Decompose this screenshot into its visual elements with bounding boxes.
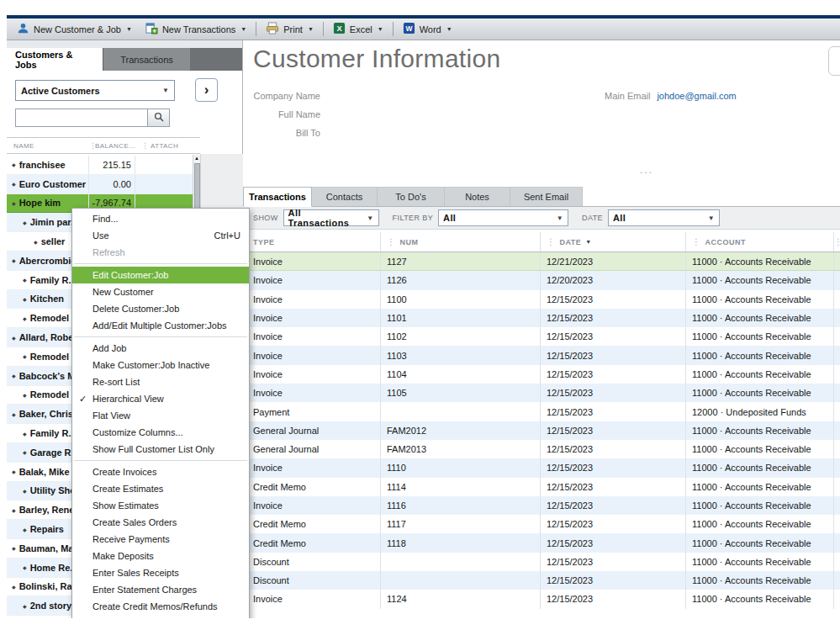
menu-item-edit-customer-job[interactable]: Edit Customer:Job: [72, 267, 249, 283]
txn-type-cell: Invoice: [243, 365, 381, 384]
menu-item-find[interactable]: Find...: [72, 210, 249, 227]
transaction-row[interactable]: Invoice112412/15/202311000 · Accounts Re…: [243, 590, 840, 608]
column-header-attach[interactable]: ATTACH: [147, 142, 198, 150]
transaction-row[interactable]: Invoice110512/15/202311000 · Accounts Re…: [243, 384, 840, 402]
diamond-bullet-icon: ◆: [12, 373, 16, 379]
check-icon: ✓: [79, 394, 87, 405]
txn-date-cell: 12/15/2023: [541, 440, 686, 458]
menu-item-show-full-customer-list-only[interactable]: Show Full Customer List Only: [72, 441, 249, 458]
customer-row-euro-customer[interactable]: ◆Euro Customer0.00: [7, 175, 193, 194]
transaction-row[interactable]: Credit Memo111812/15/202311000 · Account…: [243, 533, 840, 552]
menu-item-label: Hierarchical View: [92, 394, 164, 404]
txn-num-cell: 1110: [381, 458, 541, 477]
scroll-up-icon[interactable]: ▲: [193, 155, 200, 162]
menu-item-new-customer[interactable]: New Customer: [72, 283, 249, 300]
filter-dropdown-date[interactable]: All▼: [608, 209, 720, 226]
sidebar-tab-transactions[interactable]: Transactions: [103, 48, 190, 71]
toolbar-item-new-transactions[interactable]: New Transactions▼: [139, 20, 253, 38]
customer-view-dropdown[interactable]: Active Customers ▼: [15, 80, 175, 101]
tab-to-do-s[interactable]: To Do's: [378, 187, 445, 206]
transaction-row[interactable]: Invoice112612/20/202311000 · Accounts Re…: [243, 271, 840, 289]
table-header-account[interactable]: ⋮ACCOUNT: [686, 232, 834, 251]
transaction-row[interactable]: Credit Memo111412/15/202311000 · Account…: [243, 478, 840, 496]
transaction-row[interactable]: General JournalFAM201212/15/202311000 · …: [243, 421, 840, 440]
sort-desc-icon: ▼: [585, 239, 591, 245]
menu-separator: [74, 460, 247, 461]
menu-item-hierarchical-view[interactable]: ✓Hierarchical View: [72, 390, 249, 407]
customer-search-input[interactable]: [15, 109, 148, 127]
edit-customer-button-cut[interactable]: [828, 46, 840, 76]
collapse-panel-button[interactable]: ›: [195, 78, 218, 102]
table-header-num[interactable]: ⋮NUM: [381, 232, 541, 251]
filter-dropdown-show[interactable]: All Transactions▼: [283, 209, 379, 226]
customer-name: Kitchen: [30, 294, 64, 304]
menu-item-label: Make Customer:Job Inactive: [92, 360, 209, 370]
transaction-row[interactable]: Invoice111012/15/202311000 · Accounts Re…: [243, 458, 840, 477]
toolbar-item-word[interactable]: WWord▼: [396, 20, 459, 38]
customer-row-franchisee[interactable]: ◆franchisee215.15: [7, 156, 193, 175]
tab-sent-email[interactable]: Sent Email: [510, 187, 583, 206]
tab-contacts[interactable]: Contacts: [312, 187, 378, 206]
transaction-row[interactable]: Invoice110012/15/202311000 · Accounts Re…: [243, 290, 840, 309]
menu-item-flat-view[interactable]: Flat View: [72, 407, 249, 424]
tab-notes[interactable]: Notes: [445, 187, 510, 206]
filter-dropdown-filter-by[interactable]: All▼: [438, 209, 568, 226]
menu-item-delete-customer-job[interactable]: Delete Customer:Job: [72, 300, 249, 317]
txn-account-cell: 11000 · Accounts Receivable: [686, 571, 834, 590]
diamond-bullet-icon: ◆: [23, 220, 27, 225]
transaction-row[interactable]: Discount12/15/202311000 · Accounts Recei…: [243, 553, 840, 571]
scrollbar-thumb[interactable]: [194, 163, 200, 209]
column-header-name[interactable]: NAME: [7, 142, 89, 150]
menu-item-enter-statement-charges[interactable]: Enter Statement Charges: [72, 581, 249, 598]
menu-item-create-statements[interactable]: Create Statements: [72, 615, 249, 618]
table-header-a[interactable]: ⋮A: [834, 232, 840, 251]
panel-resize-grip[interactable]: ...: [640, 164, 653, 176]
menu-item-make-customer-job-inactive[interactable]: Make Customer:Job Inactive: [72, 357, 249, 373]
sidebar-tab-customers-jobs[interactable]: Customers & Jobs: [7, 48, 103, 71]
menu-item-add-job[interactable]: Add Job: [72, 340, 249, 357]
menu-item-create-estimates[interactable]: Create Estimates: [72, 480, 249, 497]
customer-search-button[interactable]: [148, 109, 170, 127]
transaction-row[interactable]: Discount12/15/202311000 · Accounts Recei…: [243, 571, 840, 590]
transaction-row[interactable]: Credit Memo111712/15/202311000 · Account…: [243, 515, 840, 533]
transaction-row[interactable]: Invoice112712/21/202311000 · Accounts Re…: [243, 252, 840, 271]
menu-item-show-estimates[interactable]: Show Estimates: [72, 497, 249, 514]
menu-item-create-credit-memos-refunds[interactable]: Create Credit Memos/Refunds: [72, 598, 249, 615]
column-header-balance[interactable]: BALANCE...: [95, 142, 141, 150]
transaction-row[interactable]: Invoice110212/15/202311000 · Accounts Re…: [243, 327, 840, 346]
txn-date-cell: 12/15/2023: [541, 421, 686, 440]
menu-item-create-invoices[interactable]: Create Invoices: [72, 463, 249, 480]
menu-item-label: Show Estimates: [92, 500, 159, 511]
menu-item-customize-columns[interactable]: Customize Columns...: [72, 424, 249, 441]
transaction-row[interactable]: Payment12/15/202312000 · Undeposited Fun…: [243, 402, 840, 421]
toolbar-item-excel[interactable]: XExcel▼: [326, 20, 390, 38]
diamond-bullet-icon: ◆: [23, 392, 27, 398]
txn-amount-cell: [834, 402, 840, 421]
txn-num-cell: FAM2012: [381, 421, 541, 440]
transaction-row[interactable]: Invoice111612/15/202311000 · Accounts Re…: [243, 496, 840, 515]
transaction-row[interactable]: Invoice110312/15/202311000 · Accounts Re…: [243, 346, 840, 364]
menu-item-label: Delete Customer:Job: [92, 304, 179, 314]
company-name-label: Company Name: [253, 91, 320, 101]
chevron-down-icon: ▼: [552, 214, 563, 222]
menu-item-re-sort-list[interactable]: Re-sort List: [72, 373, 249, 390]
main-email-value[interactable]: johdoe@gmail.com: [657, 91, 736, 101]
svg-text:X: X: [336, 24, 342, 33]
menu-item-create-sales-orders[interactable]: Create Sales Orders: [72, 514, 249, 531]
table-header-date[interactable]: ⋮DATE▼: [541, 232, 686, 251]
menu-item-use[interactable]: UseCtrl+U: [72, 227, 249, 244]
transaction-row[interactable]: Invoice110412/15/202311000 · Accounts Re…: [243, 365, 840, 384]
toolbar-item-new-customer-job[interactable]: New Customer & Job▼: [10, 20, 139, 38]
table-header-type[interactable]: TYPE: [243, 232, 381, 251]
toolbar-item-print[interactable]: Print▼: [259, 20, 320, 38]
menu-item-label: Refresh: [92, 247, 125, 257]
transaction-row[interactable]: Invoice110112/15/202311000 · Accounts Re…: [243, 309, 840, 327]
menu-item-receive-payments[interactable]: Receive Payments: [72, 531, 249, 548]
diamond-bullet-icon: ◆: [23, 296, 27, 302]
menu-item-enter-sales-receipts[interactable]: Enter Sales Receipts: [72, 564, 249, 581]
menu-item-make-deposits[interactable]: Make Deposits: [72, 548, 249, 564]
tab-transactions[interactable]: Transactions: [243, 187, 312, 207]
menu-item-add-edit-multiple-customer-jobs[interactable]: Add/Edit Multiple Customer:Jobs: [72, 317, 249, 334]
diamond-bullet-icon: ◆: [23, 527, 27, 532]
transaction-row[interactable]: General JournalFAM201312/15/202311000 · …: [243, 440, 840, 458]
